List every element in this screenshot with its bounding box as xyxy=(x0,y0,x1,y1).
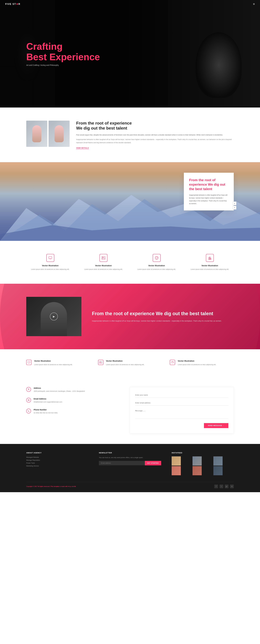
svg-rect-6 xyxy=(102,256,105,260)
three-col-text-2: Vector Illustration Lorem ipsum dolor si… xyxy=(106,360,144,366)
email-label: Email Address xyxy=(34,398,62,400)
footer-newsletter-title: NEWSLETTER xyxy=(99,452,161,454)
form-message-input[interactable] xyxy=(135,408,228,419)
feature-icon-3 xyxy=(153,254,161,262)
footer-top: ABOUT AGENCY Managed Website Manage Repu… xyxy=(26,452,234,475)
feature-icon-2 xyxy=(99,254,107,262)
email-text: Email Address info@domain.com support@do… xyxy=(34,398,62,403)
three-col-item-3: Vector Illustration Lorem ipsum dolor si… xyxy=(170,360,234,366)
footer-newsletter-desc: You can trust us, we only send promo off… xyxy=(99,456,161,459)
three-col-section: Vector Illustration Lorem ipsum dolor si… xyxy=(0,349,260,376)
pink-desc: Inappropriate behavior is often laughed … xyxy=(92,320,222,322)
insta-img-6[interactable] xyxy=(213,466,223,475)
insta-img-1[interactable] xyxy=(172,456,181,466)
footer-newsletter-col: NEWSLETTER You can trust us, we only sen… xyxy=(99,452,161,475)
insta-img-5[interactable] xyxy=(193,466,202,475)
feature-icon-1 xyxy=(46,254,54,262)
newsletter-input[interactable] xyxy=(99,461,145,465)
svg-rect-11 xyxy=(156,259,158,259)
pink-title: From the root of experience We dig out t… xyxy=(92,310,222,317)
features-grid: Vector Illustration Lorem ipsum dolor si… xyxy=(26,254,234,270)
hero-title-line2: Best Experience xyxy=(26,52,100,62)
about-image-1-inner xyxy=(26,120,47,147)
form-name-input[interactable] xyxy=(135,392,228,398)
feature-item-2: Vector Illustration Lorem ipsum dolor si… xyxy=(79,254,127,270)
svg-point-26 xyxy=(28,400,29,400)
social-googleplus[interactable]: g+ xyxy=(225,484,228,488)
feature-item-4: Vector Illustration Lorem ipsum dolor si… xyxy=(186,254,234,270)
footer-about-col: ABOUT AGENCY Managed Website Manage Repu… xyxy=(26,452,88,475)
feature-title-3: Vector Illustration xyxy=(133,264,181,267)
footer-about-title: ABOUT AGENCY xyxy=(26,452,88,454)
feature-item-3: Vector Illustration Lorem ipsum dolor si… xyxy=(133,254,181,270)
about-image-1 xyxy=(26,120,47,147)
insta-img-3[interactable] xyxy=(213,456,223,466)
address-value: 1826 pointsquith, west ohoremont, kandio… xyxy=(34,390,85,392)
about-images xyxy=(26,120,70,147)
svg-point-10 xyxy=(158,257,158,258)
about-desc1: Few would argue that, despite the advanc… xyxy=(76,133,234,136)
send-message-button[interactable]: SEND MESSAGE → xyxy=(204,423,228,428)
play-button[interactable]: ▶ xyxy=(50,312,58,320)
footer-bottom: Copyright © 2017 All rights reserved | T… xyxy=(26,482,234,488)
footer-instafeed-title: INSTAFEED xyxy=(172,452,234,454)
newsletter-form: GET STARTED xyxy=(99,461,161,465)
contact-email-item: Email Address info@domain.com support@do… xyxy=(26,398,119,403)
footer: ABOUT AGENCY Managed Website Manage Repu… xyxy=(0,444,260,492)
about-image-2 xyxy=(49,120,70,147)
feature-desc-3: Lorem ipsum dolor sit ametcons ec tetur … xyxy=(133,268,181,270)
footer-link-2[interactable]: Manage Reputation xyxy=(26,459,88,461)
contact-section: Address 1826 pointsquith, west ohoremont… xyxy=(0,376,260,444)
contact-form: SEND MESSAGE → xyxy=(130,387,234,434)
newsletter-button[interactable]: GET STARTED xyxy=(145,461,161,465)
hamburger-menu[interactable]: ≡ xyxy=(253,2,255,6)
about-title-line1: From the root of experience xyxy=(76,121,132,126)
svg-rect-3 xyxy=(49,256,52,259)
three-col-title-2: Vector Illustration xyxy=(106,360,144,362)
three-col-desc-3: Lorem ipsum dolor sit ametcons ec tetur … xyxy=(178,363,216,366)
about-desc2: Inappropriate behavior is often laughed … xyxy=(76,138,234,144)
three-col-icon-3 xyxy=(170,360,175,365)
features-section: Vector Illustration Lorem ipsum dolor si… xyxy=(0,241,260,284)
svg-rect-22 xyxy=(172,362,173,362)
svg-point-7 xyxy=(102,257,103,258)
logo[interactable]: FIVE ST★R xyxy=(5,2,20,6)
phone-label: Phone Number xyxy=(34,409,58,411)
phone-icon xyxy=(26,409,31,414)
feature-item-1: Vector Illustration Lorem ipsum dolor si… xyxy=(26,254,74,270)
address-text: Address 1826 pointsquith, west ohoremont… xyxy=(34,387,85,392)
view-details-link[interactable]: VIEW DETAILS xyxy=(76,147,89,149)
header: FIVE ST★R ≡ xyxy=(0,0,260,8)
svg-rect-9 xyxy=(156,256,158,257)
feature-title-2: Vector Illustration xyxy=(79,264,127,267)
social-facebook[interactable]: f xyxy=(214,484,218,488)
social-twitter[interactable]: t xyxy=(220,484,223,488)
three-col-icon-2 xyxy=(98,360,103,365)
hero-title-line1: Crafting xyxy=(26,41,100,52)
three-col-grid: Vector Illustration Lorem ipsum dolor si… xyxy=(26,360,234,366)
three-col-desc-2: Lorem ipsum dolor sit ametcons ec tetur … xyxy=(106,363,144,366)
address-label: Address xyxy=(34,387,85,389)
footer-copyright: Copyright © 2017 All rights reserved | T… xyxy=(26,486,76,487)
video-thumbnail: ▶ xyxy=(26,297,81,336)
social-linkedin[interactable]: in xyxy=(230,484,234,488)
three-col-text-3: Vector Illustration Lorem ipsum dolor si… xyxy=(178,360,216,366)
feature-icon-4 xyxy=(206,254,214,262)
hero-content: Crafting Best Experience Art and Craftin… xyxy=(0,41,100,66)
email-icon xyxy=(26,398,31,402)
form-email-input[interactable] xyxy=(135,400,228,406)
three-col-desc-1: Lorem ipsum dolor sit ametcons ec tetur … xyxy=(34,363,72,366)
phone-value: 02 4592 982 932 02 433 915 4581 xyxy=(34,412,58,414)
mountain-card-title: From the root of experience We dig out t… xyxy=(189,178,228,191)
svg-rect-16 xyxy=(28,362,30,363)
insta-img-4[interactable] xyxy=(172,466,181,475)
footer-link-1[interactable]: Managed Website xyxy=(26,456,88,458)
slider-arrow-up[interactable]: ▲ xyxy=(233,202,236,205)
logo-star: ★ xyxy=(16,3,18,6)
insta-img-2[interactable] xyxy=(193,456,202,466)
footer-link-4[interactable]: Marketing Service xyxy=(26,465,88,467)
footer-link-3[interactable]: Power Tools xyxy=(26,462,88,464)
social-links: f t g+ in xyxy=(214,484,234,488)
slider-arrow-down[interactable]: ▼ xyxy=(233,206,236,210)
mountain-section: From the root of experience We dig out t… xyxy=(0,162,260,241)
